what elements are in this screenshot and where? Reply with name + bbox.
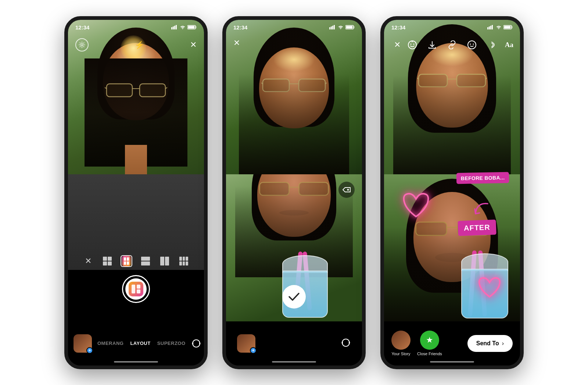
close-story-button[interactable]: ✕ [391,38,404,51]
flip-camera-icon-2 [341,338,351,348]
signal-icon-2 [329,25,336,29]
neon-heart-svg-2 [477,276,502,300]
svg-rect-5 [188,26,195,29]
gallery-thumb-1[interactable]: + [74,334,92,353]
status-time-3: 12:34 [391,24,405,31]
layout-split-v-icon [160,257,169,265]
home-indicator-3 [430,361,474,363]
flip-camera-icon [191,338,201,349]
your-story-item[interactable]: Your Story [391,331,410,356]
glasses-svg-1 [105,78,167,100]
neon-heart-sticker-2[interactable] [477,276,502,301]
layout-3col-button[interactable] [178,255,190,267]
svg-point-54 [468,41,476,49]
settings-button-1[interactable] [75,38,89,51]
close-friends-label: Close Friends [417,352,442,356]
download-button[interactable] [426,38,439,51]
text-tool-button[interactable]: Aa [505,41,513,49]
phone-2-wrapper: 12:34 ✕ [222,16,366,369]
sticker-icon [408,40,417,50]
svg-rect-0 [171,27,172,29]
svg-rect-15 [137,285,140,289]
layout-controls-1: ✕ [68,255,204,267]
battery-icon-3 [503,25,513,29]
face-light-top-2 [273,47,315,72]
mode-labels-1: OMERANG LAYOUT SUPERZOO [97,341,186,346]
signal-icon-3 [487,25,494,29]
svg-rect-21 [332,26,333,29]
svg-rect-11 [107,84,132,97]
add-icon-1: + [86,347,93,354]
after-sticker[interactable]: AFTER [458,220,496,236]
close-friends-button: ★ [420,331,439,350]
svg-rect-42 [504,26,511,29]
close-layout-button[interactable]: ✕ [82,255,94,267]
send-to-container[interactable]: Send To › [467,335,513,352]
close-button-2[interactable]: ✕ [233,38,240,48]
close-friends-item[interactable]: ★ Close Friends [417,331,442,356]
svg-point-13 [81,44,83,46]
send-to-label: Send To [476,340,499,347]
svg-rect-20 [331,26,332,29]
story-tools-group: Aa [406,38,513,51]
status-bar-2: 12:34 [226,20,362,33]
layout-2x2-button[interactable] [101,255,113,267]
delete-icon-2 [343,186,351,193]
person-top-2 [239,20,349,174]
mode-boomerang[interactable]: OMERANG [97,341,123,346]
check-button-2[interactable] [282,285,306,309]
download-icon [428,40,437,49]
phone-1: 12:34 [64,16,208,369]
send-to-button[interactable]: Send To › [467,335,513,352]
bottom-bar-2: + [226,321,362,366]
sound-button[interactable] [485,38,498,51]
mode-layout[interactable]: LAYOUT [130,341,150,346]
top-photo-2 [226,20,362,174]
layout-logo-icon [131,284,141,294]
story-cup-dome [461,253,508,271]
layout-2x2-icon [103,257,112,265]
svg-rect-37 [487,27,488,29]
flip-camera-button-2[interactable] [341,338,351,349]
layout-active-button[interactable] [121,255,132,267]
status-bar-3: 12:34 [384,20,520,33]
svg-rect-14 [132,285,135,293]
layout-split-h-button[interactable] [140,255,151,267]
shutter-container[interactable] [122,275,150,303]
status-bar-1: 12:34 [68,20,204,33]
your-story-avatar [391,331,410,350]
svg-rect-16 [137,289,140,293]
battery-icon [187,25,197,29]
shutter-inner [125,278,147,300]
link-button[interactable] [445,38,459,51]
home-indicator-1 [114,361,158,363]
neon-heart-svg-1 [401,191,432,220]
add-icon-2: + [250,347,257,354]
before-boba-sticker[interactable]: BEFORE BOBA... [456,172,509,183]
svg-rect-40 [492,25,493,29]
status-icons-2 [329,25,355,29]
status-icons-1 [171,25,197,29]
delete-button-2[interactable] [338,182,355,198]
link-icon [448,40,456,49]
layout-split-v-button[interactable] [159,255,171,267]
layout-split-h-icon [141,257,150,265]
close-layout-icon: ✕ [85,256,92,266]
close-button-1[interactable]: ✕ [190,38,197,51]
check-icon-2 [288,292,300,302]
sound-icon [487,40,496,50]
mode-superzoom[interactable]: SUPERZOO [157,341,186,346]
svg-point-55 [470,43,471,44]
flash-button-1[interactable]: ⚡ [135,38,144,51]
sticker-button[interactable] [406,38,419,51]
neon-heart-sticker-1[interactable] [401,191,432,222]
svg-rect-24 [346,26,353,29]
gallery-thumb-2[interactable]: + [237,334,255,353]
flip-camera-button-1[interactable] [191,337,201,350]
svg-point-52 [410,43,411,44]
face-sticker-button[interactable] [465,38,478,51]
svg-point-56 [473,43,474,44]
wifi-icon-3 [496,25,502,29]
svg-point-53 [413,43,414,44]
home-indicator-2 [272,361,316,363]
